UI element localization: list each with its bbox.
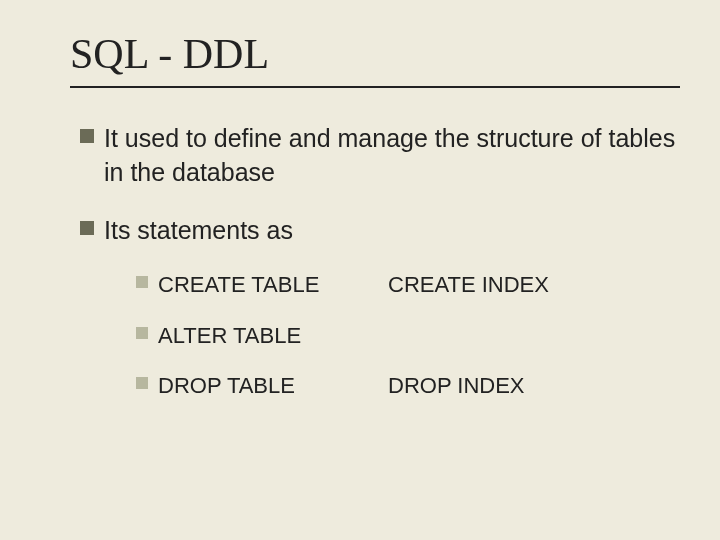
statement-left: DROP TABLE bbox=[158, 372, 388, 401]
two-column-row: CREATE TABLE CREATE INDEX bbox=[158, 271, 568, 300]
title-underline bbox=[70, 86, 680, 88]
bullet-text: Its statements as bbox=[104, 214, 293, 248]
statement-right: CREATE INDEX bbox=[388, 271, 568, 300]
square-bullet-icon bbox=[136, 327, 148, 339]
square-bullet-icon bbox=[136, 377, 148, 389]
two-column-row: DROP TABLE DROP INDEX bbox=[158, 372, 568, 401]
content-area: It used to define and manage the structu… bbox=[80, 122, 680, 401]
bullet-item-1: It used to define and manage the structu… bbox=[80, 122, 680, 190]
statement-right: DROP INDEX bbox=[388, 372, 568, 401]
square-bullet-icon bbox=[80, 129, 94, 143]
square-bullet-icon bbox=[80, 221, 94, 235]
sub-bullet-item: DROP TABLE DROP INDEX bbox=[136, 372, 680, 401]
statement-right bbox=[388, 322, 568, 351]
slide: SQL - DDL It used to define and manage t… bbox=[0, 0, 720, 540]
sub-bullet-group: CREATE TABLE CREATE INDEX ALTER TABLE DR… bbox=[136, 271, 680, 401]
slide-title: SQL - DDL bbox=[70, 30, 680, 78]
sub-bullet-item: CREATE TABLE CREATE INDEX bbox=[136, 271, 680, 300]
sub-bullet-item: ALTER TABLE bbox=[136, 322, 680, 351]
two-column-row: ALTER TABLE bbox=[158, 322, 568, 351]
statement-left: ALTER TABLE bbox=[158, 322, 388, 351]
bullet-item-2: Its statements as bbox=[80, 214, 680, 248]
bullet-text: It used to define and manage the structu… bbox=[104, 122, 680, 190]
square-bullet-icon bbox=[136, 276, 148, 288]
statement-left: CREATE TABLE bbox=[158, 271, 388, 300]
